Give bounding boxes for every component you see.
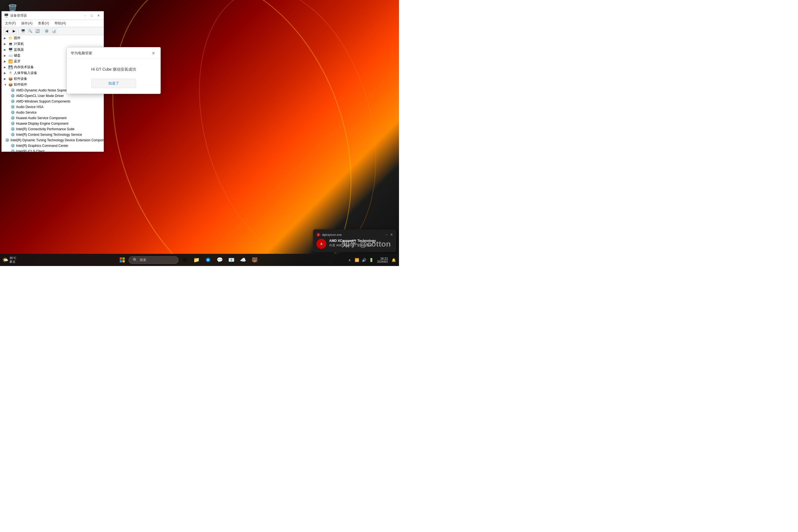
bluetooth-label: 蓝牙 xyxy=(14,59,20,64)
success-dialog: 华为电脑管家 ✕ Hi GT Cube 驱动安装成功 知道了 xyxy=(66,47,161,94)
notification-controls: ··· ✕ xyxy=(385,233,393,236)
dialog-close-button[interactable]: ✕ xyxy=(150,50,156,56)
tree-item-intel-dtt[interactable]: ⚙️ Intel(R) Dynamic Tuning Technology De… xyxy=(2,137,103,143)
taskbar-center: 🔍 搜索 ⧉ 📁 💬 📧 ☁️ 🐻 xyxy=(36,255,341,265)
notification-popup: ● dgtrayicon.exe ··· ✕ A AMD XConnect™ T… xyxy=(313,229,396,252)
system-tray: ∧ 📶 🔊 🔋 xyxy=(347,257,374,263)
dialog-ok-button[interactable]: 知道了 xyxy=(92,79,136,88)
menu-file[interactable]: 文件(F) xyxy=(3,20,18,26)
search-bar[interactable]: 🔍 搜索 xyxy=(129,256,178,264)
search-icon: 🔍 xyxy=(133,258,137,262)
tree-item-intel-icls[interactable]: ⚙️ Intel(R) iCLS Client xyxy=(2,149,103,152)
toolbar-scan[interactable]: 🔍 xyxy=(27,28,34,34)
tree-item-huawei-audio[interactable]: ⚙️ Huawei Audio Service Component xyxy=(2,115,103,121)
intel-graphics-cmd-icon: ⚙️ xyxy=(11,144,15,148)
firmware-icon: 📁 xyxy=(8,36,13,40)
toolbar-computer[interactable]: 🖥️ xyxy=(20,28,26,34)
firmware-label: 固件 xyxy=(14,36,20,40)
keyboard-icon: ⌨️ xyxy=(8,54,13,58)
tree-item-intel-connect[interactable]: ⚙️ Intel(R) Connectivity Performance Sui… xyxy=(2,126,103,132)
weather-condition: 多云 xyxy=(10,260,16,264)
close-button[interactable]: ✕ xyxy=(95,13,101,18)
tree-item-audio-hsa[interactable]: ⚙️ Audio Device HSA xyxy=(2,104,103,110)
audio-service-label: Audio Service xyxy=(16,111,37,114)
toolbar-forward[interactable]: ▶ xyxy=(11,28,17,34)
taskbar-mail[interactable]: 📧 xyxy=(226,255,236,265)
tree-item-computer[interactable]: ▶ 💻 计算机 xyxy=(2,41,103,47)
intel-connect-label: Intel(R) Connectivity Performance Suite xyxy=(16,127,75,131)
device-manager-titlebar: 🖥️ 设备管理器 － □ ✕ xyxy=(2,11,103,20)
memory-icon: 💾 xyxy=(8,65,13,70)
start-button[interactable] xyxy=(117,255,128,265)
amd-noise-label: AMD-Dynamic Audio Noise Supression xyxy=(16,89,74,92)
tray-chevron[interactable]: ∧ xyxy=(347,257,353,263)
monitor-arrow: ▶ xyxy=(4,48,8,51)
notification-app: ● dgtrayicon.exe xyxy=(317,233,342,236)
amd-opencl-label: AMD-OpenCL User Mode Driver xyxy=(16,94,64,98)
huawei-audio-icon: ⚙️ xyxy=(11,116,15,120)
amd-windows-icon: ⚙️ xyxy=(11,99,15,103)
intel-icls-icon: ⚙️ xyxy=(11,149,15,152)
toolbar-monitor[interactable]: 📊 xyxy=(51,28,57,34)
memory-arrow: ▶ xyxy=(4,66,8,69)
dialog-body: Hi GT Cube 驱动安装成功 知道了 xyxy=(67,59,160,94)
huawei-display-label: Huawei Display Engine Component xyxy=(16,122,69,126)
software-device-icon: 📦 xyxy=(8,77,13,81)
toolbar-refresh[interactable]: 🔄 xyxy=(34,28,41,34)
keyboard-arrow: ▶ xyxy=(4,54,8,57)
notification-app-name: dgtrayicon.exe xyxy=(322,233,342,236)
tree-item-audio-service[interactable]: ⚙️ Audio Service xyxy=(2,110,103,115)
taskbar-weather[interactable]: ☁️ xyxy=(238,255,248,265)
intel-graphics-cmd-label: Intel(R) Graphics Command Center xyxy=(16,144,69,148)
memory-label: 内存技术设备 xyxy=(14,65,34,70)
notification-title: AMD XConnect™ Technology xyxy=(329,239,376,243)
notification-more[interactable]: ··· xyxy=(385,233,388,236)
tray-network[interactable]: 📶 xyxy=(354,257,360,263)
tray-battery[interactable]: 🔋 xyxy=(368,257,374,263)
intel-context-icon: ⚙️ xyxy=(11,132,15,137)
weather-widget[interactable]: 🌤️ 35°C 多云 xyxy=(2,256,16,264)
taskbar: 🌤️ 35°C 多云 🔍 搜索 ⧉ 📁 xyxy=(0,254,399,266)
toolbar-sep-2 xyxy=(42,28,42,34)
tree-item-intel-context[interactable]: ⚙️ Intel(R) Context Sensing Technology S… xyxy=(2,132,103,137)
maximize-button[interactable]: □ xyxy=(89,13,95,18)
window-toolbar: ◀ ▶ 🖥️ 🔍 🔄 ⚙️ 📊 xyxy=(2,27,103,35)
svg-rect-3 xyxy=(122,258,125,260)
weather-icon: 🌤️ xyxy=(2,257,8,263)
taskbar-left: 🌤️ 35°C 多云 xyxy=(2,256,36,264)
taskbar-explorer[interactable]: 📁 xyxy=(191,255,202,265)
computer-icon: 💻 xyxy=(8,42,13,46)
tree-item-huawei-display[interactable]: ⚙️ Huawei Display Engine Component xyxy=(2,121,103,126)
tree-item-firmware[interactable]: ▶ 📁 固件 xyxy=(2,35,103,41)
notification-app-icon: ● xyxy=(317,233,320,236)
tree-item-amd-opencl[interactable]: ⚙️ AMD-OpenCL User Mode Driver xyxy=(2,93,103,99)
notification-close[interactable]: ✕ xyxy=(390,233,393,236)
clock-time: 16:21 xyxy=(377,257,388,260)
computer-label: 计算机 xyxy=(14,41,24,46)
menu-action[interactable]: 操作(A) xyxy=(19,20,35,26)
taskbar-task-view[interactable]: ⧉ xyxy=(179,255,190,265)
minimize-button[interactable]: － xyxy=(82,13,88,18)
clock[interactable]: 16:21 2024/8/2 xyxy=(376,257,389,263)
search-placeholder: 搜索 xyxy=(140,258,146,262)
audio-hsa-label: Audio Device HSA xyxy=(16,105,43,109)
taskbar-edge[interactable] xyxy=(203,255,213,265)
software-device-arrow: ▶ xyxy=(4,77,8,80)
taskbar-teams[interactable]: 💬 xyxy=(214,255,225,265)
tray-volume[interactable]: 🔊 xyxy=(361,257,367,263)
toolbar-back[interactable]: ◀ xyxy=(3,28,10,34)
tree-item-amd-windows[interactable]: ⚙️ AMD-Windows Support Components xyxy=(2,99,103,104)
bluetooth-arrow: ▶ xyxy=(4,60,8,63)
tray-notifications[interactable]: 🔔 xyxy=(391,257,397,263)
software-components-icon: 📦 xyxy=(8,82,13,87)
toolbar-settings[interactable]: ⚙️ xyxy=(43,28,50,34)
software-components-label: 软件组件 xyxy=(14,82,27,87)
menu-view[interactable]: 查看(V) xyxy=(36,20,51,26)
window-controls: － □ ✕ xyxy=(82,13,101,18)
computer-arrow: ▶ xyxy=(4,42,8,45)
taskbar-app1[interactable]: 🐻 xyxy=(249,255,260,265)
menu-help[interactable]: 帮助(H) xyxy=(52,20,68,26)
dialog-titlebar: 华为电脑管家 ✕ xyxy=(67,48,160,59)
software-device-label: 软件设备 xyxy=(14,76,27,81)
tree-item-intel-graphics-cmd[interactable]: ⚙️ Intel(R) Graphics Command Center xyxy=(2,143,103,149)
